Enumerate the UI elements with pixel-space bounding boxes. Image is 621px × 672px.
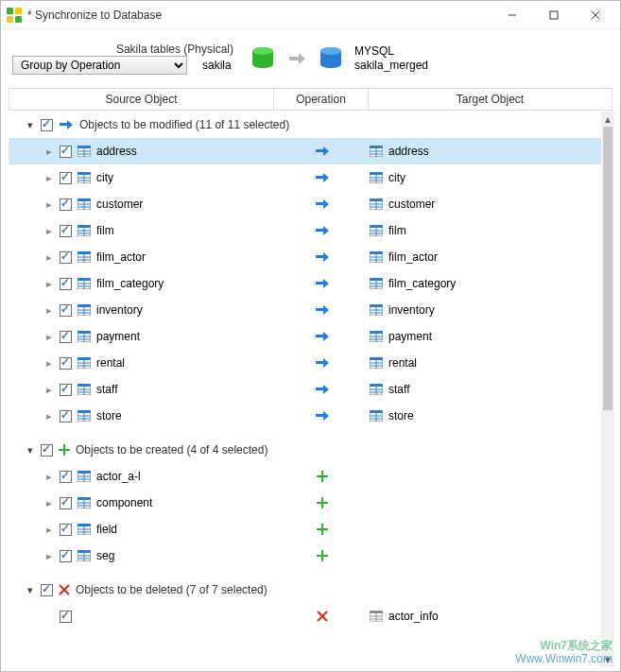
expand-icon[interactable] [44,198,54,211]
table-icon [78,471,91,482]
target-object-name: film [388,224,406,237]
scrollbar[interactable]: ▴ ▾ [601,112,614,667]
expand-icon[interactable] [44,172,54,184]
modify-arrow-icon [315,225,330,236]
expand-icon[interactable] [44,251,54,264]
watermark: Win7系统之家 Www.Winwin7.com [515,639,612,665]
table-row[interactable]: storestore [9,403,603,429]
checkbox[interactable] [60,471,72,483]
group-modify[interactable]: Objects to be modified (11 of 11 selecte… [9,112,603,138]
close-button[interactable] [575,1,616,28]
table-row[interactable]: actor_info [9,603,603,629]
checkbox[interactable] [60,251,72,264]
table-row[interactable]: actor_a-l [9,463,603,490]
checkbox[interactable] [60,384,72,396]
window-title: * Synchronize to Database [27,9,492,22]
table-icon [78,172,91,183]
object-tree[interactable]: Objects to be modified (11 of 11 selecte… [9,112,603,667]
group-by-select[interactable]: Group by Operation [12,56,187,75]
expand-icon[interactable] [44,225,54,237]
expand-icon[interactable] [26,444,35,457]
minimize-button[interactable] [492,1,533,28]
expand-icon[interactable] [44,497,54,509]
modify-arrow-icon [315,278,330,289]
group-create[interactable]: Objects to be created (4 of 4 selected) [9,437,603,463]
svg-rect-5 [550,11,558,19]
table-row[interactable]: rentalrental [9,350,603,376]
source-object-name: address [96,145,137,158]
target-object-name: film_actor [388,250,438,264]
svg-rect-123 [59,449,70,451]
svg-point-11 [320,47,341,55]
column-source[interactable]: Source Object [9,89,274,110]
table-row[interactable]: staffstaff [9,376,603,403]
checkbox[interactable] [60,225,72,237]
expand-icon[interactable] [44,304,54,317]
checkbox[interactable] [60,357,72,370]
source-object-name: seg [96,549,114,562]
table-icon [78,198,91,210]
table-row[interactable]: component [9,490,603,516]
expand-icon[interactable] [44,471,54,483]
checkbox[interactable] [60,304,72,317]
svg-rect-3 [15,16,22,23]
modify-arrow-icon [315,410,330,422]
checkbox[interactable] [60,146,72,158]
expand-icon[interactable] [44,331,54,343]
table-icon [78,278,91,289]
table-row[interactable]: film_categoryfilm_category [9,270,603,297]
checkbox[interactable] [60,172,72,184]
table-icon [78,497,91,508]
scroll-up-icon[interactable]: ▴ [601,112,614,127]
source-object-name: customer [96,198,143,211]
expand-icon[interactable] [26,584,35,596]
maximize-button[interactable] [533,1,575,28]
create-plus-icon [59,444,70,456]
titlebar: * Synchronize to Database [1,1,620,29]
table-row[interactable]: filmfilm [9,217,603,244]
table-row[interactable]: inventoryinventory [9,297,603,323]
checkbox[interactable] [60,331,72,343]
checkbox[interactable] [41,444,53,457]
column-operation[interactable]: Operation [274,89,369,110]
arrow-icon [286,48,307,69]
target-object-name: store [388,409,414,422]
expand-icon[interactable] [44,550,54,562]
table-row[interactable]: paymentpayment [9,323,603,350]
expand-icon[interactable] [44,146,54,158]
column-target[interactable]: Target Object [369,89,612,110]
table-icon [78,146,91,157]
table-row[interactable]: field [9,516,603,543]
table-icon [78,410,91,422]
checkbox[interactable] [60,410,72,422]
checkbox[interactable] [60,497,72,509]
expand-icon[interactable] [44,357,54,370]
table-icon [370,146,383,157]
source-object-name: field [96,523,117,536]
checkbox[interactable] [41,584,53,596]
table-icon [78,384,91,395]
table-row[interactable]: seg [9,543,603,569]
checkbox[interactable] [60,524,72,536]
checkbox[interactable] [60,550,72,562]
group-delete[interactable]: Objects to be deleted (7 of 7 selected) [9,577,603,603]
table-row[interactable]: customercustomer [9,191,603,217]
table-icon [370,251,383,263]
checkbox[interactable] [60,278,72,290]
checkbox[interactable] [41,119,53,131]
checkbox[interactable] [60,611,72,623]
table-row[interactable]: addressaddress [9,138,603,164]
expand-icon[interactable] [44,524,54,536]
expand-icon[interactable] [44,384,54,396]
checkbox[interactable] [60,198,72,211]
expand-icon[interactable] [44,410,54,422]
target-object-name: staff [388,383,409,396]
scroll-thumb[interactable] [603,127,612,410]
table-icon [370,198,383,210]
table-icon [370,331,383,342]
table-row[interactable]: film_actorfilm_actor [9,244,603,270]
expand-icon[interactable] [44,278,54,290]
table-row[interactable]: citycity [9,164,603,191]
create-plus-icon [317,497,328,508]
expand-icon[interactable] [26,119,35,131]
